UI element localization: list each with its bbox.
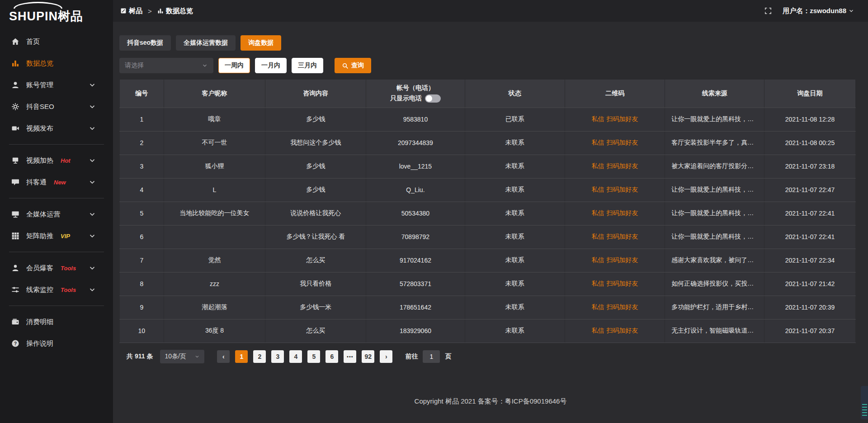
sidebar-item-douketong[interactable]: 抖客通New <box>0 171 113 193</box>
sidebar-item-lead-monitor[interactable]: 线索监控Tools <box>0 279 113 301</box>
grid-icon <box>11 232 19 240</box>
page-button-3[interactable]: 3 <box>271 350 284 363</box>
tab-bar: 抖音seo数据全媒体运营数据询盘数据 <box>119 35 856 51</box>
source-link[interactable]: 感谢大家喜欢我家，被问了好... <box>665 249 764 272</box>
qr-cell: 私信扫码加好友 <box>565 319 665 343</box>
sidebar-item-douyin-seo[interactable]: 抖音SEO <box>0 96 113 118</box>
column-header-8: 询盘日期 <box>764 80 856 108</box>
sidebar-badge: Hot <box>61 157 71 164</box>
bar-chart-icon <box>157 8 164 14</box>
fullscreen-icon[interactable] <box>764 7 772 14</box>
qr-link-group: 私信扫码加好友 <box>571 209 658 217</box>
table-row: 7觉然怎么买917024162未联系私信扫码加好友感谢大家喜欢我家，被问了好..… <box>120 249 856 272</box>
page-button-6[interactable]: 6 <box>326 350 338 363</box>
sidebar-item-consume-detail[interactable]: 消费明细 <box>0 311 113 333</box>
page-button-2[interactable]: 2 <box>253 350 266 363</box>
status-cell: 未联系 <box>465 319 565 343</box>
column-header-3: 咨询内容 <box>265 80 366 108</box>
private-msg-link[interactable]: 私信 <box>592 209 604 217</box>
page-button-5[interactable]: 5 <box>307 350 320 363</box>
source-link[interactable]: 客厅安装投影半年多了，真实... <box>665 131 764 155</box>
filter-select[interactable]: 请选择 <box>119 58 213 73</box>
source-link[interactable]: 让你一眼就爱上的黑科技，能... <box>665 202 764 225</box>
private-msg-link[interactable]: 私信 <box>592 115 604 123</box>
private-msg-link[interactable]: 私信 <box>592 162 604 170</box>
sidebar-item-operation-guide[interactable]: ?操作说明 <box>0 333 113 354</box>
logo-arc <box>14 2 62 9</box>
sidebar-item-all-media[interactable]: 全媒体运营 <box>0 203 113 225</box>
date-cell: 2021-11-07 22:47 <box>764 178 856 202</box>
source-link[interactable]: 让你一眼就爱上的黑科技，能... <box>665 178 764 202</box>
period-button-three-month[interactable]: 三月内 <box>292 58 323 73</box>
private-msg-link[interactable]: 私信 <box>592 280 604 288</box>
row-number-cell: 9 <box>120 296 164 319</box>
scan-add-friend-link[interactable]: 扫码加好友 <box>607 256 638 264</box>
more-pages-button[interactable]: ••• <box>344 350 356 363</box>
column-header-2: 客户昵称 <box>164 80 265 108</box>
page-button-92[interactable]: 92 <box>362 350 374 363</box>
scan-add-friend-link[interactable]: 扫码加好友 <box>607 139 638 147</box>
phone-only-toggle[interactable] <box>425 94 441 103</box>
sidebar-item-matrix-boost[interactable]: 矩阵助推VIP <box>0 225 113 247</box>
private-msg-link[interactable]: 私信 <box>592 303 604 311</box>
source-link[interactable]: 让你一眼就爱上的黑科技，能... <box>665 225 764 249</box>
breadcrumb-home[interactable]: 树品 <box>129 7 142 15</box>
scan-add-friend-link[interactable]: 扫码加好友 <box>607 303 638 311</box>
sidebar-item-video-publish[interactable]: 视频发布 <box>0 118 113 139</box>
account-column-title: 帐号（电话） <box>373 84 458 92</box>
content-cell: 我想问这个多少钱 <box>265 131 366 155</box>
prev-page-button[interactable]: ‹ <box>217 350 230 363</box>
scan-add-friend-link[interactable]: 扫码加好友 <box>607 233 638 241</box>
goto-page-input[interactable] <box>423 350 440 363</box>
scan-add-friend-link[interactable]: 扫码加好友 <box>607 209 638 217</box>
page-size-value: 10条/页 <box>165 352 186 361</box>
private-msg-link[interactable]: 私信 <box>592 256 604 264</box>
page-button-4[interactable]: 4 <box>289 350 302 363</box>
sidebar-item-member-burst[interactable]: 会员爆客Tools <box>0 257 113 279</box>
sidebar-badge: VIP <box>61 233 70 240</box>
source-link[interactable]: 无主灯设计，智能磁吸轨道灯... <box>665 319 764 343</box>
chevron-down-icon <box>194 354 200 359</box>
qr-link-group: 私信扫码加好友 <box>571 256 658 264</box>
period-button-one-week[interactable]: 一周内 <box>218 58 250 73</box>
source-link[interactable]: 多功能护栏灯，适用于乡村文... <box>665 296 764 319</box>
search-button[interactable]: 查询 <box>335 58 371 73</box>
sidebar-item-data-overview[interactable]: 数据总览 <box>0 52 113 74</box>
sidebar-item-home[interactable]: 首页 <box>0 31 113 52</box>
source-link[interactable]: 被大家追着问的客厅投影分享... <box>665 155 764 178</box>
search-icon <box>342 62 349 69</box>
sidebar-item-label: 矩阵助推 <box>26 232 53 240</box>
scan-add-friend-link[interactable]: 扫码加好友 <box>607 115 638 123</box>
page-size-select[interactable]: 10条/页 <box>160 350 204 363</box>
chevron-down-icon <box>88 264 96 272</box>
period-button-one-month[interactable]: 一月内 <box>255 58 287 73</box>
user-menu[interactable]: 用户名：zswodun88 <box>783 7 854 15</box>
qr-cell: 私信扫码加好友 <box>565 155 665 178</box>
scan-add-friend-link[interactable]: 扫码加好友 <box>607 162 638 170</box>
tab-douyin-seo-data[interactable]: 抖音seo数据 <box>119 35 171 51</box>
page-button-1[interactable]: 1 <box>235 350 248 363</box>
table-row: 2不可一世我想问这个多少钱2097344839未联系私信扫码加好友客厅安装投影半… <box>120 131 856 155</box>
content-cell: 怎么买 <box>265 319 366 343</box>
sidebar-item-account-manage[interactable]: 账号管理 <box>0 74 113 96</box>
sidebar-item-video-heat[interactable]: 视频加热Hot <box>0 150 113 171</box>
chevron-down-icon <box>202 62 208 69</box>
private-msg-link[interactable]: 私信 <box>592 139 604 147</box>
source-link[interactable]: 如何正确选择投影仪，买投影... <box>665 272 764 296</box>
tab-media-operation-data[interactable]: 全媒体运营数据 <box>176 35 236 51</box>
scan-add-friend-link[interactable]: 扫码加好友 <box>607 280 638 288</box>
sidebar-menu: 首页数据总览账号管理抖音SEO视频发布视频加热Hot抖客通New全媒体运营矩阵助… <box>0 26 113 354</box>
private-msg-link[interactable]: 私信 <box>592 233 604 241</box>
floating-widget[interactable] <box>861 386 868 419</box>
row-number-cell: 5 <box>120 202 164 225</box>
sidebar-divider <box>9 306 104 306</box>
source-link[interactable]: 让你一眼就爱上的黑科技，能... <box>665 108 764 131</box>
private-msg-link[interactable]: 私信 <box>592 327 604 335</box>
private-msg-link[interactable]: 私信 <box>592 186 604 194</box>
scan-add-friend-link[interactable]: 扫码加好友 <box>607 327 638 335</box>
next-page-button[interactable]: › <box>380 350 392 363</box>
sidebar-item-label: 抖客通 <box>26 178 47 187</box>
column-header-6: 二维码 <box>565 80 665 108</box>
tab-inquiry-data[interactable]: 询盘数据 <box>241 35 281 51</box>
scan-add-friend-link[interactable]: 扫码加好友 <box>607 186 638 194</box>
